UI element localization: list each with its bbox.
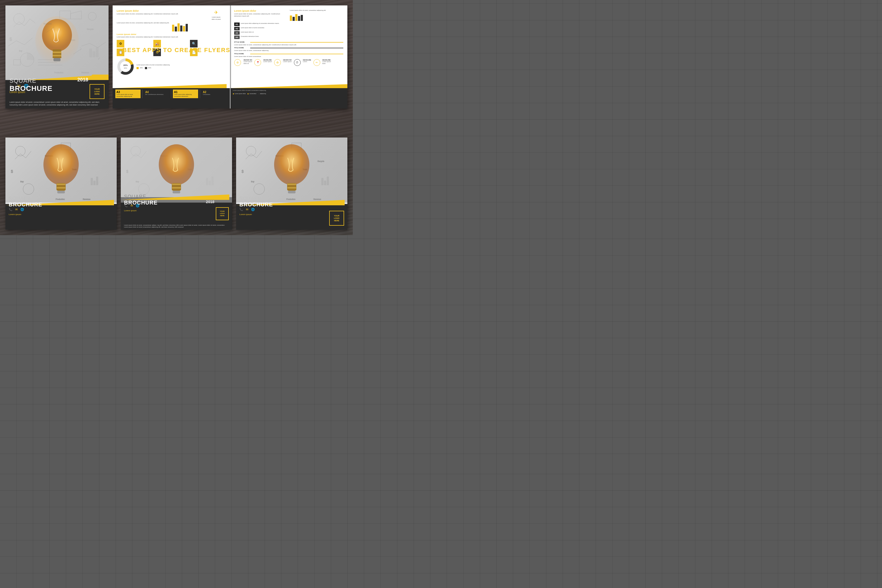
open-left-col1: Lorem ipsum dolor sit amet, consectetur … [117, 22, 170, 24]
a2-text-bottom: Consectetur. [203, 94, 226, 96]
svg-point-46 [44, 144, 79, 185]
cover-title: SQUARE BROCHURE [9, 77, 53, 93]
a1-box: A1 [234, 22, 240, 26]
a1-text-bottom: Lorem ipsum dolor adipiscing consectetur… [174, 94, 197, 97]
bottom-row: Success Team $ Buy Production Revenue [5, 138, 347, 230]
logo-text: YOUR LOGO HERE [94, 88, 100, 95]
a1-item: A1 Lorem ipsum dolor adipiscing sit cons… [234, 22, 344, 26]
svg-rect-52 [57, 190, 65, 194]
bottom-mid-logo-text: YOUR LOGO HERE [220, 210, 225, 217]
icon-box-3: 🔍 [190, 40, 198, 48]
right-panel-bullet-items: Lorem ipsum dolor consectetur adipiscing [233, 93, 345, 95]
cover-title-square: SQUARE [9, 77, 53, 84]
bottom-right-square: SQUARE [239, 196, 273, 201]
donut-text: Lorem ipsum dolor sit amet consectetur a… [137, 64, 170, 66]
svg-text:Team: Team [71, 39, 75, 41]
svg-rect-68 [172, 189, 181, 190]
bottom-right-logo: YOUR LOGO HERE [329, 211, 344, 226]
bottom-mid-bulb [121, 138, 232, 202]
bottom-mid-brochure-text: BROCHURE [124, 200, 158, 206]
open-brochure: Lorem ipsum dolor Lorem ipsum dolor sit … [113, 5, 347, 108]
bottom-left-icons: 📞 ✉ 🌐 [9, 208, 24, 211]
open-left-yellow-heading: Lorem ipsum dolor [117, 9, 204, 12]
bottom-left-title: SQUARE BROCHURE [9, 196, 42, 208]
bottom-left-phone: 📞 [9, 208, 12, 211]
mini-bar-chart [172, 22, 226, 32]
svg-rect-4 [90, 49, 92, 57]
bottom-left-bulb [5, 138, 117, 202]
a4-item: A4 Consectetur elementum lorem. [234, 36, 344, 39]
bottom-right-globe: 🌐 [251, 208, 255, 211]
open-left-panel: Lorem ipsum dolor Lorem ipsum dolor sit … [113, 5, 230, 108]
cover-body-text: Lorem ipsum dolor sit amet, consectetuer… [9, 101, 105, 106]
page-container: BEST APPS TO CREATE FLYERS [0, 0, 353, 235]
a4-item-text: Consectetur elementum lorem. [241, 36, 344, 38]
a-items-section: A1 Lorem ipsum dolor adipiscing sit cons… [234, 22, 344, 39]
bottom-right-mail: ✉ [246, 208, 248, 211]
bottom-mid-square: SQUARE [124, 194, 158, 200]
svg-text:✓: ✓ [98, 57, 101, 60]
icons-row-bottom: ⚙ HEADS NO Lorem ipsumdolor sit 📍 HEADLI… [234, 59, 344, 66]
svg-point-0 [14, 14, 24, 24]
svg-rect-3 [14, 60, 20, 65]
title-name: TITLE NAME [234, 47, 249, 48]
svg-rect-89 [288, 190, 296, 194]
svg-rect-6 [96, 48, 98, 57]
style-name: STYLE NAME [234, 41, 249, 43]
svg-rect-49 [57, 186, 65, 187]
cover-logo: YOUR LOGO HERE [90, 84, 105, 99]
open-right-panel: Lorem ipsum dolor Lorem ipsum dolor sit … [230, 5, 348, 108]
bottom-left-brochure-text: BROCHURE [9, 201, 42, 208]
svg-text:Success: Success [44, 22, 51, 25]
icon-circle-2: 📍 [254, 59, 261, 66]
bottom-right-logo-text: YOUR LOGO HERE [334, 214, 340, 222]
bottom-right-image: Success Team $ Buy Production Revenue Re… [236, 138, 347, 202]
bottom-mid-brochure: Success Team $ Buy Production [121, 138, 232, 230]
svg-rect-51 [57, 189, 65, 190]
svg-rect-1 [60, 11, 71, 19]
open-right-yellow-heading: Lorem ipsum dolor [234, 9, 288, 12]
icon-circle-5: ✏ [314, 59, 320, 66]
svg-rect-87 [287, 187, 296, 189]
bottom-right-title: SQUARE BROCHURE [239, 196, 273, 208]
a2-label-bottom: A2 [203, 91, 226, 94]
bottom-right-phone: 📞 [239, 208, 243, 211]
cover-year: 2018 [77, 77, 88, 83]
icon-box-1: ⚙ [117, 40, 124, 48]
svg-text:20%: 20% [123, 64, 128, 66]
icon-box-2: 🚚 [153, 40, 161, 48]
open-left-section-text: Lorem ipsum dolor sit amet, consectetur … [117, 36, 226, 38]
svg-text:Revenue: Revenue [81, 72, 89, 74]
donut-chart-svg: 20% 60% [117, 58, 134, 75]
icon-circle-1: ⚙ [234, 59, 241, 66]
bottom-mid-image: Success Team $ Buy Production [121, 138, 232, 202]
a1-label-bottom: A1 [174, 91, 197, 94]
bottom-left-brochure: Success Team $ Buy Production Revenue [5, 138, 117, 230]
plane-icon: ✈ [214, 10, 218, 15]
bottom-left-globe: 🌐 [20, 208, 24, 211]
bottom-right-bulb [236, 138, 347, 202]
cover-image-area: $ ✓ Success Team Buy Production Revenue … [5, 5, 108, 81]
bottom-left-mail: ✉ [15, 208, 18, 211]
right-mini-bars [290, 13, 343, 21]
icon-circle-4: ⏱ [294, 59, 301, 66]
a3-item: A3 Lorem ipsum dolor sit. [234, 31, 344, 35]
a4-label: A4 [145, 91, 168, 94]
bottom-mid-logo: YOUR LOGO HERE [216, 207, 229, 220]
svg-text:Recycle: Recycle [87, 28, 94, 30]
doodle-overlay: $ ✓ Success Team Buy Production Revenue … [5, 5, 108, 81]
open-left-section-heading: Lorem ipsum dolor [117, 33, 226, 36]
a2-box: A2 [234, 27, 240, 30]
a1-item-text: Lorem ipsum dolor adipiscing sit consect… [241, 22, 344, 24]
bottom-right-icons: 📞 ✉ 🌐 [239, 208, 255, 211]
bottom-right-lorem: Lorem ipsum [239, 213, 252, 216]
cover-title-brochure: BROCHURE [9, 84, 53, 93]
a3-text: Lorem ipsum dolor sit amet, consectetur … [116, 94, 140, 97]
svg-rect-67 [172, 187, 181, 189]
a3-label: A3 [116, 91, 140, 94]
profile-section: STYLE NAME Lorem ipsum dolor sit amet, c… [234, 41, 344, 58]
bottom-right-brochure-text: BROCHURE [239, 201, 273, 208]
svg-point-83 [274, 144, 310, 185]
a4-text: Elit. Condimentum elementum. [145, 94, 168, 96]
bottom-left-lorem: Lorem ipsum [9, 213, 21, 216]
